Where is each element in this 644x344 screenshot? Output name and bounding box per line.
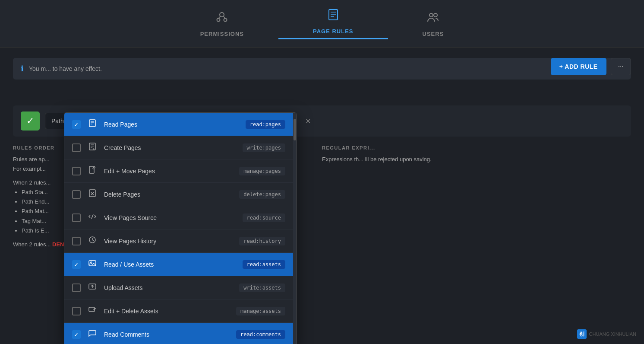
nav-users[interactable]: USERS	[388, 10, 479, 37]
read-comments-label: Read Comments	[104, 331, 230, 338]
action-row: + ADD RULE ···	[551, 58, 631, 75]
dropdown-item-create-pages[interactable]: Create Pageswrite:pages	[64, 136, 293, 159]
watermark: 创 CHUANG XINHULIAN	[577, 329, 636, 339]
edit-move-pages-label: Edit + Move Pages	[104, 168, 233, 175]
svg-point-1	[217, 18, 220, 21]
svg-line-3	[218, 16, 220, 19]
read-use-assets-badge: read:assets	[243, 260, 285, 269]
read-pages-label: Read Pages	[104, 121, 240, 128]
add-rule-button[interactable]: + ADD RULE	[551, 58, 606, 75]
svg-point-0	[220, 13, 224, 17]
dropdown-item-edit-delete-assets[interactable]: Edit + Delete Assetsmanage:assets	[64, 299, 293, 323]
svg-point-9	[429, 13, 433, 17]
dropdown-item-read-pages[interactable]: ✓Read Pagesread:pages	[64, 113, 293, 136]
view-pages-source-badge: read:source	[243, 213, 285, 222]
edit-move-pages-badge: manage:pages	[239, 167, 285, 175]
permissions-dropdown: ✓Read Pagesread:pagesCreate Pageswrite:p…	[64, 112, 297, 344]
create-pages-badge: write:pages	[243, 143, 285, 152]
checkbox-read-pages[interactable]: ✓	[72, 120, 81, 129]
upload-assets-badge: write:assets	[239, 283, 285, 292]
view-pages-history-label: View Pages History	[104, 238, 233, 245]
dropdown-item-view-pages-history[interactable]: View Pages Historyread:history	[64, 229, 293, 253]
svg-rect-27	[89, 261, 96, 266]
upload-assets-icon	[87, 282, 98, 293]
dropdown-item-read-use-assets[interactable]: ✓Read / Use Assetsread:assets	[64, 253, 293, 276]
info-text: You m... to have any effect.	[29, 65, 102, 72]
scrollbar-track[interactable]	[293, 113, 297, 344]
edit-delete-assets-label: Edit + Delete Assets	[104, 308, 230, 315]
rule-check: ✓	[21, 111, 40, 131]
checkbox-edit-move-pages[interactable]	[72, 167, 81, 175]
info-icon: ℹ	[21, 64, 24, 73]
dropdown-item-delete-pages[interactable]: Delete Pagesdelete:pages	[64, 183, 293, 206]
checkbox-delete-pages[interactable]	[72, 190, 81, 199]
info-bar: ℹ You m... to have any effect.	[13, 58, 631, 80]
regular-expr-section: REGULAR EXPRI... Expressions th... ill b…	[322, 145, 631, 249]
view-pages-source-icon	[87, 212, 98, 223]
scrollbar-thumb	[294, 119, 296, 140]
delete-pages-icon	[87, 189, 98, 200]
read-pages-badge: read:pages	[246, 120, 285, 129]
view-pages-source-label: View Pages Source	[104, 214, 237, 221]
view-pages-history-icon	[87, 236, 98, 246]
checkbox-edit-delete-assets[interactable]	[72, 307, 81, 315]
dropdown-item-upload-assets[interactable]: Upload Assetswrite:assets	[64, 276, 293, 299]
more-button[interactable]: ···	[611, 58, 631, 75]
read-comments-badge: read:comments	[236, 330, 285, 339]
checkbox-read-comments[interactable]: ✓	[72, 330, 81, 339]
read-comments-icon	[87, 329, 98, 340]
users-icon	[426, 10, 440, 27]
create-pages-label: Create Pages	[104, 144, 237, 151]
delete-pages-badge: delete:pages	[239, 190, 285, 199]
regular-expr-text: Expressions th... ill be rejected upon s…	[322, 155, 622, 164]
read-use-assets-icon	[87, 259, 98, 270]
dropdown-item-read-comments[interactable]: ✓Read Commentsread:comments	[64, 323, 293, 344]
checkbox-read-use-assets[interactable]: ✓	[72, 260, 81, 269]
edit-delete-assets-icon	[87, 306, 98, 316]
users-label: USERS	[423, 31, 444, 37]
permissions-label: PERMISSIONS	[200, 31, 244, 37]
svg-line-4	[224, 16, 225, 19]
main-content: ℹ You m... to have any effect. + ADD RUL…	[0, 48, 644, 344]
read-use-assets-label: Read / Use Assets	[104, 261, 237, 268]
view-pages-history-badge: read:history	[239, 237, 285, 245]
checkbox-upload-assets[interactable]	[72, 283, 81, 292]
svg-rect-5	[329, 10, 338, 20]
svg-point-2	[224, 18, 227, 21]
read-pages-icon	[87, 119, 98, 130]
create-pages-icon	[87, 142, 98, 153]
dropdown-list: ✓Read Pagesread:pagesCreate Pageswrite:p…	[64, 113, 293, 344]
edit-delete-assets-badge: manage:assets	[236, 307, 285, 315]
checkbox-view-pages-history[interactable]	[72, 237, 81, 245]
page-rules-label: PAGE RULES	[313, 28, 354, 35]
watermark-logo: 创	[577, 329, 587, 339]
regular-expr-label: REGULAR EXPRI...	[322, 145, 622, 150]
page-rules-icon	[326, 8, 340, 25]
upload-assets-label: Upload Assets	[104, 284, 233, 291]
checkmark-icon: ✓	[26, 115, 34, 127]
checkbox-create-pages[interactable]	[72, 143, 81, 152]
edit-move-pages-icon	[87, 166, 98, 176]
svg-rect-11	[89, 120, 95, 127]
dropdown-item-view-pages-source[interactable]: View Pages Sourceread:source	[64, 206, 293, 229]
watermark-text: CHUANG XINHULIAN	[589, 331, 636, 337]
nav-page-rules[interactable]: PAGE RULES	[278, 8, 388, 39]
top-nav: PERMISSIONS PAGE RULES USERS	[0, 0, 644, 48]
close-icon[interactable]: ×	[302, 116, 314, 126]
dropdown-item-edit-move-pages[interactable]: Edit + Move Pagesmanage:pages	[64, 159, 293, 183]
checkbox-view-pages-source[interactable]	[72, 213, 81, 222]
permissions-icon	[215, 10, 229, 27]
nav-permissions[interactable]: PERMISSIONS	[166, 10, 278, 37]
svg-point-10	[434, 13, 437, 17]
svg-line-25	[92, 214, 93, 219]
delete-pages-label: Delete Pages	[104, 191, 233, 198]
